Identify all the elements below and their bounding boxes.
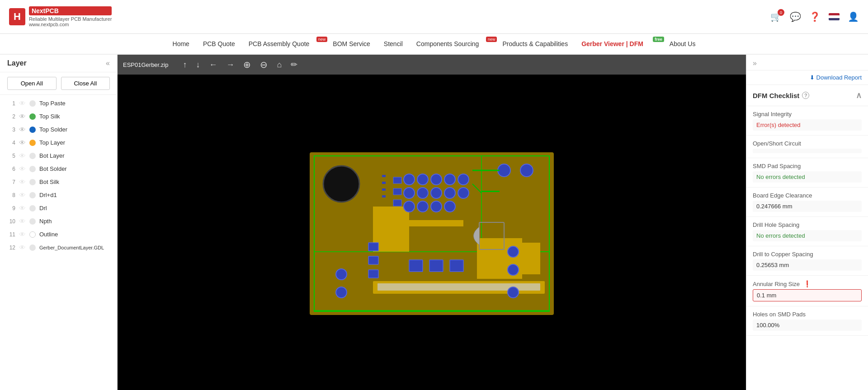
svg-point-14 [444, 174, 455, 185]
pcb-canvas [118, 77, 746, 390]
svg-point-15 [458, 174, 469, 185]
download-arrow-icon: ⬇ [810, 74, 815, 81]
help-icon[interactable]: ❓ [809, 11, 821, 22]
layer-name: Npth [39, 218, 52, 225]
layer-visibility-icon[interactable]: 👁 [19, 126, 26, 133]
layer-name: Drl+d1 [39, 192, 57, 198]
move-right-button[interactable]: → [222, 58, 238, 71]
edit-button[interactable]: ✏ [287, 58, 301, 71]
svg-point-23 [431, 201, 442, 212]
nav-item-bom[interactable]: BOM Service [333, 35, 370, 53]
layer-item[interactable]: 10 👁 Npth [0, 215, 117, 228]
move-left-button[interactable]: ← [205, 58, 221, 71]
nav-item-gerber[interactable]: Gerber Viewer | DFM free [581, 35, 656, 53]
open-all-button[interactable]: Open All [7, 77, 57, 90]
layer-visibility-icon[interactable]: 👁 [19, 113, 26, 120]
layer-visibility-icon[interactable]: 👁 [19, 230, 26, 238]
viewer-toolbar: ESP01Gerber.zip ↑ ↓ ← → ⊕ ⊖ ⌂ ✏ [118, 55, 746, 75]
layer-name: Gerber_DocumentLayer.GDL [39, 245, 104, 250]
move-down-button[interactable]: ↓ [192, 58, 203, 71]
layer-color-dot [29, 113, 36, 120]
dfm-check-signal-integrity: Signal Integrity Error(s) detected [746, 106, 868, 136]
language-flag-icon[interactable] [829, 13, 840, 20]
layer-color-dot [29, 127, 36, 133]
dfm-value [753, 149, 862, 153]
nav-item-pcbquote[interactable]: PCB Quote [203, 35, 235, 53]
layer-item[interactable]: 2 👁 Top Silk [0, 110, 117, 123]
layer-visibility-icon[interactable]: 👁 [19, 244, 26, 251]
pcb-board-svg [305, 148, 558, 320]
svg-rect-30 [393, 200, 401, 206]
dfm-help-icon[interactable]: ? [802, 92, 809, 99]
layer-number: 11 [7, 231, 15, 238]
nav-label-assembly: PCB Assembly Quote [249, 40, 310, 47]
dfm-check-annular-ring: Annular Ring Size ❗ 0.1 mm [746, 276, 868, 306]
layer-item[interactable]: 11 👁 Outline [0, 228, 117, 241]
layer-name: Top Solder [39, 126, 67, 133]
layer-item[interactable]: 8 👁 Drl+d1 [0, 188, 117, 202]
layer-item[interactable]: 4 👁 Top Layer [0, 136, 117, 149]
layer-name: Outline [39, 231, 58, 238]
layer-item[interactable]: 3 👁 Top Solder [0, 123, 117, 136]
move-up-button[interactable]: ↑ [179, 58, 190, 71]
nav-item-assembly[interactable]: PCB Assembly Quote new [249, 35, 320, 53]
layer-item[interactable]: 12 👁 Gerber_DocumentLayer.GDL [0, 241, 117, 254]
nav-item-stencil[interactable]: Stencil [384, 35, 403, 53]
dfm-check-smd-pad: SMD Pad Spacing No errors detected [746, 158, 868, 188]
dfm-check-holes-smd: Holes on SMD Pads 100.00% [746, 306, 868, 336]
dfm-value: 100.00% [753, 320, 862, 331]
layer-visibility-icon[interactable]: 👁 [19, 178, 26, 186]
svg-point-35 [336, 269, 347, 280]
layer-number: 4 [7, 140, 15, 146]
layer-panel-collapse-btn[interactable]: « [106, 59, 110, 67]
nav-item-home[interactable]: Home [173, 35, 189, 53]
user-icon[interactable]: 👤 [848, 11, 859, 22]
cart-icon[interactable]: 🛒 0 [770, 11, 782, 22]
layer-color-dot [29, 218, 36, 225]
svg-point-40 [498, 164, 510, 177]
dfm-collapse-btn[interactable]: ∧ [856, 90, 862, 100]
layer-item[interactable]: 6 👁 Bot Solder [0, 162, 117, 175]
close-all-button[interactable]: Close All [61, 77, 110, 90]
layer-visibility-icon[interactable]: 👁 [19, 165, 26, 173]
layer-color-dot [29, 140, 36, 146]
zoom-out-button[interactable]: ⊖ [256, 57, 271, 72]
header-icons: 🛒 0 💬 ❓ 👤 [770, 11, 859, 22]
layer-item[interactable]: 1 👁 Top Paste [0, 97, 117, 110]
dfm-label: Drill Hole Spacing [753, 221, 862, 228]
layer-visibility-icon[interactable]: 👁 [19, 204, 26, 212]
svg-point-24 [444, 201, 455, 212]
right-panel-header: » [746, 55, 868, 70]
layer-visibility-icon[interactable]: 👁 [19, 152, 26, 160]
layer-number: 6 [7, 166, 15, 172]
right-panel-expand-btn[interactable]: » [753, 59, 757, 67]
logo-h-letter: H [14, 11, 21, 23]
dfm-label: Drill to Copper Spacing [753, 251, 862, 258]
layer-color-dot [29, 166, 36, 172]
layer-visibility-icon[interactable]: 👁 [19, 139, 26, 146]
layer-visibility-icon[interactable]: 👁 [19, 191, 26, 199]
layer-visibility-icon[interactable]: 👁 [19, 99, 26, 107]
svg-point-4 [323, 166, 359, 202]
zoom-in-button[interactable]: ⊕ [240, 57, 255, 72]
download-report-button[interactable]: ⬇ Download Report [746, 70, 868, 85]
svg-point-12 [417, 174, 428, 185]
dfm-check-drill-copper: Drill to Copper Spacing 0.25653 mm [746, 246, 868, 276]
svg-rect-28 [393, 177, 401, 183]
tagline: Reliable Multilayer PCB Manufacturer [29, 16, 112, 22]
svg-rect-38 [429, 260, 443, 272]
layer-item[interactable]: 7 👁 Bot Silk [0, 175, 117, 188]
nav-item-components[interactable]: Components Sourcing new [416, 35, 489, 53]
layer-color-dot [29, 244, 36, 251]
layer-item[interactable]: 9 👁 Drl [0, 202, 117, 215]
layer-number: 10 [7, 218, 15, 225]
nav-item-about[interactable]: About Us [670, 35, 696, 53]
chat-icon[interactable]: 💬 [790, 11, 801, 22]
layer-name: Bot Silk [39, 179, 59, 185]
nav-item-products[interactable]: Products & Capabilities [502, 35, 568, 53]
pcb-viewer: ESP01Gerber.zip ↑ ↓ ← → ⊕ ⊖ ⌂ ✏ [118, 55, 746, 390]
layer-visibility-icon[interactable]: 👁 [19, 217, 26, 225]
layer-item[interactable]: 5 👁 Bot Layer [0, 149, 117, 162]
layer-color-dot [29, 153, 36, 159]
home-button[interactable]: ⌂ [273, 58, 285, 71]
